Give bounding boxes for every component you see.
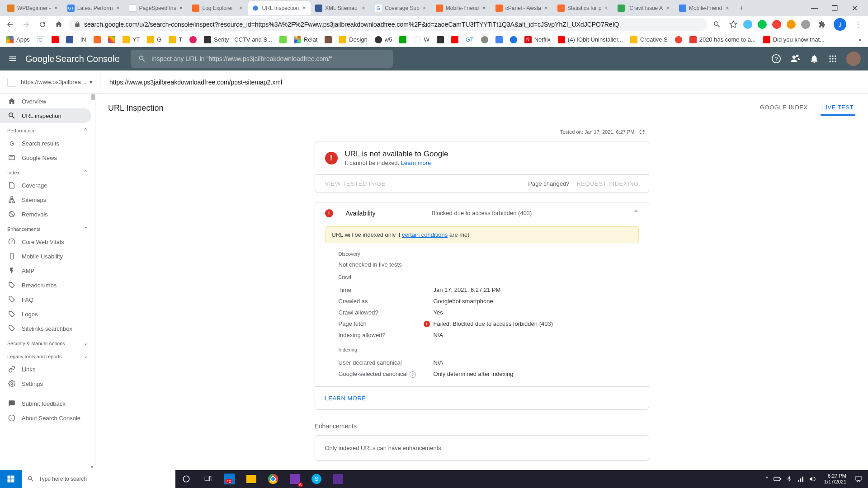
sidebar-item-about[interactable]: About Search Console (0, 411, 91, 425)
apps-button[interactable]: Apps (4, 34, 33, 45)
sidebar-item-feedback[interactable]: Submit feedback (0, 396, 91, 411)
bookmark-item[interactable] (478, 34, 491, 45)
forward-icon[interactable] (20, 18, 33, 31)
taskbar-app[interactable]: 42 (219, 470, 241, 488)
bookmark-item[interactable]: T (166, 34, 185, 45)
search-icon[interactable] (711, 18, 723, 31)
taskbar-search[interactable]: Type here to search (22, 470, 175, 488)
sidebar-item-overview[interactable]: Overview (0, 94, 91, 108)
browser-tab-active[interactable]: URL Inspection× (248, 1, 311, 15)
sidebar-section-legacy[interactable]: Legacy tools and reports⌄ (0, 349, 95, 362)
browser-tab[interactable]: GTLatest Perform× (64, 1, 125, 15)
extension-icon[interactable] (758, 20, 767, 29)
close-icon[interactable]: × (603, 5, 609, 11)
extension-icon[interactable] (772, 20, 781, 29)
sidebar-item-coverage[interactable]: Coverage (0, 178, 91, 192)
battery-icon[interactable] (774, 476, 782, 482)
sidebar-item-removals[interactable]: Removals (0, 207, 91, 221)
browser-tab[interactable]: Mobile-Friend× (675, 1, 734, 15)
close-icon[interactable]: × (237, 5, 244, 11)
mic-icon[interactable] (786, 475, 793, 483)
bell-icon[interactable] (809, 54, 819, 64)
close-icon[interactable]: × (665, 5, 671, 11)
close-window-icon[interactable]: ✕ (848, 2, 861, 14)
notification-icon[interactable] (854, 475, 863, 483)
bookmark-item[interactable]: 2020 has come to a... (687, 34, 759, 45)
sidebar-section-index[interactable]: Index⌃ (0, 165, 95, 178)
profile-avatar[interactable]: J (834, 18, 846, 31)
file-explorer-icon[interactable] (241, 470, 262, 488)
bookmark-item[interactable]: Serity - CCTV and S... (201, 34, 275, 45)
bookmark-item[interactable]: W (411, 34, 432, 45)
info-icon[interactable]: ? (410, 371, 416, 378)
bookmark-item[interactable] (105, 34, 118, 45)
scroll-down-icon[interactable]: ▾ (89, 464, 95, 470)
sidebar-item-google-news[interactable]: Google News (0, 150, 91, 165)
sidebar-item-faq[interactable]: FAQ (0, 292, 91, 307)
bookmark-item[interactable]: Did you know that... (760, 34, 827, 45)
browser-tab[interactable]: GCoverage Sub× (371, 1, 431, 15)
close-icon[interactable]: × (421, 5, 428, 11)
account-avatar[interactable] (846, 52, 861, 66)
close-icon[interactable]: × (301, 5, 307, 11)
sidebar-section-enhancements[interactable]: Enhancements⌃ (0, 221, 95, 235)
network-icon[interactable] (797, 475, 804, 483)
bookmark-item[interactable] (322, 34, 335, 45)
taskbar-app[interactable]: 6 (284, 470, 306, 488)
property-selector[interactable]: https://www.ps3jailbreakdow... ▾ (0, 70, 100, 94)
sidebar-item-logos[interactable]: Logos (0, 307, 91, 321)
star-icon[interactable] (727, 18, 740, 31)
sidebar-item-amp[interactable]: AMP (0, 263, 91, 278)
bookmark-item[interactable]: w5 (372, 34, 395, 45)
taskbar-app[interactable] (327, 470, 349, 488)
new-tab-button[interactable]: + (735, 2, 748, 14)
tab-google-index[interactable]: GOOGLE INDEX (758, 100, 810, 116)
browser-tab[interactable]: XML Sitemap× (311, 1, 370, 15)
system-clock[interactable]: 6:27 PM1/17/2021 (821, 473, 850, 485)
bookmark-item[interactable]: G (34, 34, 47, 45)
close-icon[interactable]: × (114, 5, 121, 11)
sidebar-item-links[interactable]: Links (0, 362, 91, 376)
bookmark-item[interactable] (187, 34, 199, 45)
sidebar-item-sitemaps[interactable]: Sitemaps (0, 192, 91, 207)
browser-tab[interactable]: Log Explorer× (189, 1, 247, 15)
bookmark-item[interactable] (448, 34, 461, 45)
bookmark-item[interactable]: YT (120, 34, 143, 45)
menu-icon[interactable] (7, 53, 18, 64)
bookmark-item[interactable]: GT (463, 34, 476, 45)
learn-more-button[interactable]: LEARN MORE (325, 395, 366, 402)
bookmark-item[interactable]: G (144, 34, 164, 45)
skype-icon[interactable]: S (306, 470, 327, 488)
bookmark-item[interactable] (672, 34, 685, 45)
close-icon[interactable]: × (53, 5, 59, 11)
close-icon[interactable]: × (543, 5, 549, 11)
bookmark-item[interactable]: IN (78, 34, 89, 45)
bookmark-item[interactable]: NNetflix (522, 34, 553, 45)
bookmark-item[interactable]: Creative S (627, 34, 670, 45)
chrome-icon[interactable] (262, 470, 284, 488)
apps-grid-icon[interactable] (828, 54, 837, 63)
home-icon[interactable] (52, 18, 65, 31)
back-icon[interactable] (4, 18, 16, 31)
request-indexing-button[interactable]: REQUEST INDEXING (576, 180, 638, 187)
bookmark-item[interactable] (49, 34, 61, 45)
menu-icon[interactable]: ⋮ (852, 18, 864, 31)
browser-tab[interactable]: "Crawl Issue A× (614, 1, 675, 15)
close-icon[interactable]: × (360, 5, 367, 11)
sidebar-section-security[interactable]: Security & Manual Actions⌄ (0, 336, 95, 349)
refresh-icon[interactable] (638, 128, 646, 136)
view-tested-page-button[interactable]: VIEW TESTED PAGE (325, 180, 386, 187)
browser-tab[interactable]: Mobile-Friend× (432, 1, 491, 15)
availability-header[interactable]: ! Availability Blocked due to access for… (315, 202, 649, 224)
sidebar-item-cwv[interactable]: Core Web Vitals (0, 235, 91, 249)
address-bar[interactable]: search.google.com/u/2/search-console/ins… (69, 18, 707, 31)
task-view-icon[interactable] (197, 470, 219, 488)
scrollbar-thumb[interactable] (91, 94, 95, 100)
reload-icon[interactable] (36, 18, 49, 31)
sidebar-item-search-results[interactable]: GSearch results (0, 136, 91, 150)
bookmark-item[interactable]: Design (336, 34, 370, 45)
minimize-icon[interactable]: — (808, 2, 821, 14)
cortana-icon[interactable] (175, 470, 197, 488)
bookmark-item[interactable] (63, 34, 76, 45)
tab-live-test[interactable]: LIVE TEST (821, 100, 855, 116)
